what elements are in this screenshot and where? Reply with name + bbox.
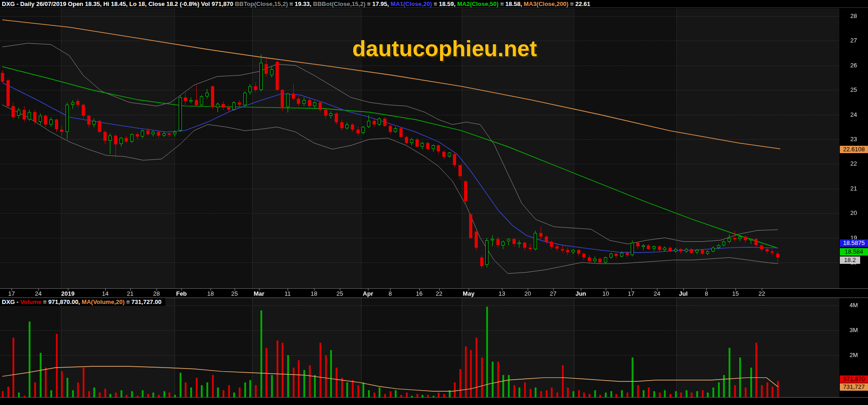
- volume-label: Volume: [20, 298, 42, 305]
- volume-ma-label: MA(Volume,20): [82, 298, 125, 305]
- volume-ma-badge: 731,727: [840, 383, 868, 391]
- ma3-value: = 22.61: [568, 0, 590, 7]
- volume-symbol: DXG -: [2, 298, 20, 305]
- bbbot-label: BBBot(Close,15,2): [313, 0, 365, 7]
- volume-info-bar: DXG - Volume = 971,870.00, MA(Volume,20)…: [0, 298, 165, 306]
- bbtop-label: BBTop(Close,15,2): [235, 0, 288, 7]
- ma2-value: = 18.58,: [499, 0, 524, 7]
- bbbot-value: = 17.95,: [365, 0, 391, 7]
- last-volume-badge: 971,870: [840, 375, 868, 383]
- last-close-badge: 18.2: [840, 256, 860, 264]
- stock-chart-window: dautucophieu.net DXG - Daily 26/07/2019 …: [0, 0, 868, 405]
- ma1-label: MA1(Close,20): [391, 0, 432, 7]
- ohlc-summary: DXG - Daily 26/07/2019 Open 18.35, Hi 18…: [2, 0, 235, 7]
- volume-ma-value: = 731,727.00: [125, 298, 162, 305]
- ma50-price-badge: 18.584: [840, 248, 868, 256]
- bbtop-value: = 19.33,: [288, 0, 313, 7]
- watermark: dautucophieu.net: [352, 38, 537, 60]
- ma3-label: MA3(Close,200): [524, 0, 568, 7]
- volume-value: = 971,870.00,: [42, 298, 82, 305]
- chart-info-bar: DXG - Daily 26/07/2019 Open 18.35, Hi 18…: [0, 0, 868, 8]
- ma1-value: = 18.59,: [432, 0, 458, 7]
- ma2-label: MA2(Close,50): [457, 0, 499, 7]
- ma20-price-badge: 18.5875: [840, 239, 868, 247]
- ma200-price-badge: 22.6108: [840, 146, 868, 153]
